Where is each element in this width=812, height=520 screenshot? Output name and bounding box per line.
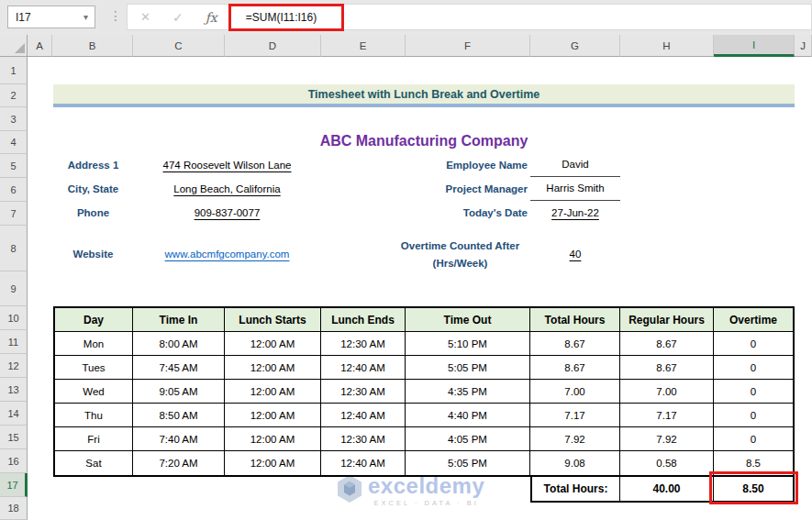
column-header-D[interactable]: D — [225, 35, 321, 57]
cell-E11[interactable]: 12:30 AM — [321, 332, 406, 356]
insert-function-icon[interactable]: ƒx — [206, 10, 217, 25]
row-header-8[interactable]: 8 — [0, 226, 28, 271]
cell-G13[interactable]: 7.00 — [530, 380, 620, 404]
table-header-total-hours[interactable]: Total Hours — [530, 308, 620, 332]
cell-G17[interactable]: Total Hours: — [532, 477, 620, 501]
cell-G11[interactable]: 8.67 — [530, 332, 620, 356]
table-header-overtime[interactable]: Overtime — [714, 308, 793, 332]
cell-I15[interactable]: 0 — [714, 427, 793, 451]
cell-H17[interactable]: 40.00 — [620, 477, 714, 501]
enter-icon[interactable]: ✓ — [172, 10, 184, 25]
cell-F16[interactable]: 5:05 PM — [406, 451, 530, 475]
cell-F12[interactable]: 5:05 PM — [406, 356, 530, 380]
formula-input[interactable]: =SUM(I11:I16) — [246, 11, 317, 24]
column-header-F[interactable]: F — [406, 35, 530, 57]
cell-F14[interactable]: 4:40 PM — [406, 404, 530, 427]
address-value[interactable]: 474 Roosevelt Wilson Lane — [133, 160, 321, 171]
cell-I12[interactable]: 0 — [714, 356, 793, 380]
cell-G12[interactable]: 8.67 — [530, 356, 620, 380]
row-header-2[interactable]: 2 — [0, 84, 28, 107]
cell-C15[interactable]: 7:40 AM — [133, 427, 225, 451]
cell-C14[interactable]: 8:50 AM — [133, 404, 225, 427]
cell-I17[interactable]: 8.50 — [714, 477, 793, 501]
city-state-value[interactable]: Long Beach, California — [133, 183, 321, 194]
cell-B14[interactable]: Thu — [55, 404, 133, 427]
row-header-5[interactable]: 5 — [0, 154, 28, 178]
cell-G15[interactable]: 7.92 — [530, 427, 620, 451]
table-header-time-out[interactable]: Time Out — [406, 308, 530, 332]
column-header-I[interactable]: I — [714, 35, 795, 57]
cell-I13[interactable]: 0 — [714, 380, 793, 404]
cell-E16[interactable]: 12:40 AM — [321, 451, 406, 475]
cell-H14[interactable]: 7.17 — [620, 404, 714, 427]
project-manager-value[interactable]: Harris Smith — [530, 183, 620, 201]
employee-name-value[interactable]: David — [530, 159, 620, 177]
row-header-17[interactable]: 17 — [0, 473, 28, 497]
column-header-A[interactable]: A — [28, 35, 52, 57]
row-header-3[interactable]: 3 — [0, 107, 28, 131]
website-link[interactable]: www.abcmfgcompany.com — [133, 249, 321, 260]
row-header-7[interactable]: 7 — [0, 202, 28, 226]
table-header-regular-hours[interactable]: Regular Hours — [620, 308, 714, 332]
row-header-18[interactable]: 18 — [0, 497, 28, 520]
column-header-J[interactable]: J — [795, 35, 812, 57]
cell-B13[interactable]: Wed — [55, 380, 133, 404]
cell-I11[interactable]: 0 — [714, 332, 793, 356]
cell-H11[interactable]: 8.67 — [620, 332, 714, 356]
table-header-time-in[interactable]: Time In — [133, 308, 225, 332]
row-header-10[interactable]: 10 — [0, 306, 28, 330]
cell-E13[interactable]: 12:30 AM — [321, 380, 406, 404]
phone-value[interactable]: 909-837-0077 — [133, 207, 321, 218]
table-header-lunch-ends[interactable]: Lunch Ends — [321, 308, 406, 332]
column-header-H[interactable]: H — [620, 35, 714, 57]
cell-C11[interactable]: 8:00 AM — [133, 332, 225, 356]
cell-B11[interactable]: Mon — [55, 332, 133, 356]
table-header-day[interactable]: Day — [55, 308, 133, 332]
row-header-11[interactable]: 11 — [0, 330, 28, 354]
cell-H16[interactable]: 0.58 — [620, 451, 714, 475]
overtime-after-value[interactable]: 40 — [530, 249, 620, 260]
cell-H13[interactable]: 7.00 — [620, 380, 714, 404]
name-box[interactable]: I17 ▾ — [7, 6, 95, 28]
row-header-4[interactable]: 4 — [0, 131, 28, 154]
row-header-14[interactable]: 14 — [0, 402, 28, 426]
cell-E15[interactable]: 12:30 AM — [321, 427, 406, 451]
cell-D16[interactable]: 12:00 AM — [225, 451, 321, 475]
cell-F11[interactable]: 5:10 PM — [406, 332, 530, 356]
name-box-dropdown-icon[interactable]: ▾ — [83, 12, 88, 22]
column-header-B[interactable]: B — [52, 35, 133, 57]
cancel-icon[interactable]: ✕ — [140, 10, 150, 24]
cell-F13[interactable]: 4:35 PM — [406, 380, 530, 404]
row-header-9[interactable]: 9 — [0, 271, 28, 306]
cell-B15[interactable]: Fri — [55, 427, 133, 451]
row-header-6[interactable]: 6 — [0, 178, 28, 202]
row-header-15[interactable]: 15 — [0, 426, 28, 449]
cell-G16[interactable]: 9.08 — [530, 451, 620, 475]
row-header-16[interactable]: 16 — [0, 449, 28, 473]
cell-C12[interactable]: 7:45 AM — [133, 356, 225, 380]
column-header-G[interactable]: G — [530, 35, 620, 57]
cell-D15[interactable]: 12:00 AM — [225, 427, 321, 451]
row-header-13[interactable]: 13 — [0, 378, 28, 402]
row-header-12[interactable]: 12 — [0, 354, 28, 378]
cell-F15[interactable]: 4:05 PM — [406, 427, 530, 451]
cell-E12[interactable]: 12:40 AM — [321, 356, 406, 380]
select-all-corner[interactable] — [0, 35, 28, 57]
cell-D12[interactable]: 12:00 AM — [225, 356, 321, 380]
cell-G14[interactable]: 7.17 — [530, 404, 620, 427]
column-header-E[interactable]: E — [321, 35, 406, 57]
cell-E14[interactable]: 12:40 AM — [321, 404, 406, 427]
cell-D13[interactable]: 12:00 AM — [225, 380, 321, 404]
cell-H15[interactable]: 7.92 — [620, 427, 714, 451]
cell-I16[interactable]: 8.5 — [714, 451, 793, 475]
cell-D11[interactable]: 12:00 AM — [225, 332, 321, 356]
cell-C13[interactable]: 9:05 AM — [133, 380, 225, 404]
cell-I14[interactable]: 0 — [714, 404, 793, 427]
cell-H12[interactable]: 8.67 — [620, 356, 714, 380]
cell-B12[interactable]: Tues — [55, 356, 133, 380]
column-header-C[interactable]: C — [133, 35, 225, 57]
todays-date-value[interactable]: 27-Jun-22 — [530, 207, 620, 218]
cell-D14[interactable]: 12:00 AM — [225, 404, 321, 427]
cell-B16[interactable]: Sat — [55, 451, 133, 475]
row-header-1[interactable]: 1 — [0, 57, 28, 84]
